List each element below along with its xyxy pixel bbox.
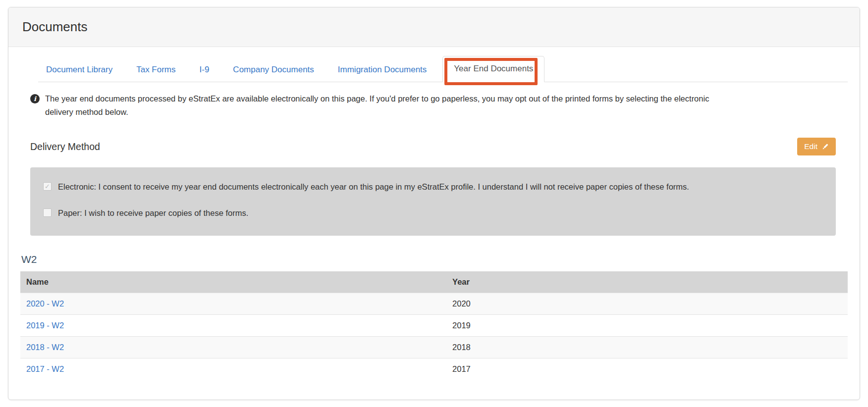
electronic-option-label: Electronic: I consent to receive my year… xyxy=(58,180,689,194)
table-row: 2019 - W2 2019 xyxy=(20,314,848,336)
edit-button-label: Edit xyxy=(804,142,817,151)
w2-document-link-2019[interactable]: 2019 - W2 xyxy=(26,321,64,330)
w2-column-name: Name xyxy=(20,271,446,293)
electronic-option-row: ✓ Electronic: I consent to receive my ye… xyxy=(43,180,823,194)
info-icon: i xyxy=(30,94,40,103)
w2-document-link-2018[interactable]: 2018 - W2 xyxy=(26,343,64,352)
w2-year-cell: 2020 xyxy=(446,293,848,314)
w2-table-header-row: Name Year xyxy=(20,271,848,293)
pencil-icon xyxy=(821,143,829,151)
delivery-options-box: ✓ Electronic: I consent to receive my ye… xyxy=(30,167,836,235)
info-banner: i The year end documents processed by eS… xyxy=(30,92,848,119)
panel-body: Document Library Tax Forms I-9 Company D… xyxy=(8,56,860,380)
tab-document-library[interactable]: Document Library xyxy=(38,58,120,82)
info-text: The year end documents processed by eStr… xyxy=(45,92,711,119)
paper-option-row: Paper: I wish to receive paper copies of… xyxy=(43,206,823,220)
w2-year-cell: 2019 xyxy=(446,314,848,336)
tab-tax-forms[interactable]: Tax Forms xyxy=(128,58,183,82)
tab-year-end-documents-label: Year End Documents xyxy=(454,64,533,73)
delivery-method-section: Delivery Method Edit ✓ xyxy=(30,138,836,235)
w2-document-link-2020[interactable]: 2020 - W2 xyxy=(26,299,64,308)
tab-company-documents[interactable]: Company Documents xyxy=(225,58,322,82)
w2-table: Name Year 2020 - W2 2020 2019 - W2 2019 … xyxy=(20,271,848,380)
edit-button[interactable]: Edit xyxy=(797,138,836,155)
w2-year-cell: 2018 xyxy=(446,336,848,358)
delivery-method-header-row: Delivery Method Edit xyxy=(30,138,836,155)
table-row: 2018 - W2 2018 xyxy=(20,336,848,358)
documents-panel: Documents Document Library Tax Forms I-9… xyxy=(8,7,860,400)
w2-section-heading: W2 xyxy=(21,254,848,265)
tab-i9[interactable]: I-9 xyxy=(192,58,217,82)
paper-checkbox[interactable] xyxy=(43,208,52,217)
tab-year-end-documents[interactable]: Year End Documents xyxy=(442,56,544,82)
w2-document-link-2017[interactable]: 2017 - W2 xyxy=(26,364,64,373)
tab-immigration-documents[interactable]: Immigration Documents xyxy=(330,58,435,82)
table-row: 2017 - W2 2017 xyxy=(20,358,848,380)
paper-option-label: Paper: I wish to receive paper copies of… xyxy=(58,206,248,220)
delivery-method-heading: Delivery Method xyxy=(30,141,100,153)
page-title: Documents xyxy=(8,7,860,47)
w2-column-year: Year xyxy=(446,271,848,293)
table-row: 2020 - W2 2020 xyxy=(20,293,848,314)
electronic-checkbox[interactable]: ✓ xyxy=(43,182,52,191)
w2-year-cell: 2017 xyxy=(446,358,848,380)
document-tabs: Document Library Tax Forms I-9 Company D… xyxy=(38,56,848,82)
